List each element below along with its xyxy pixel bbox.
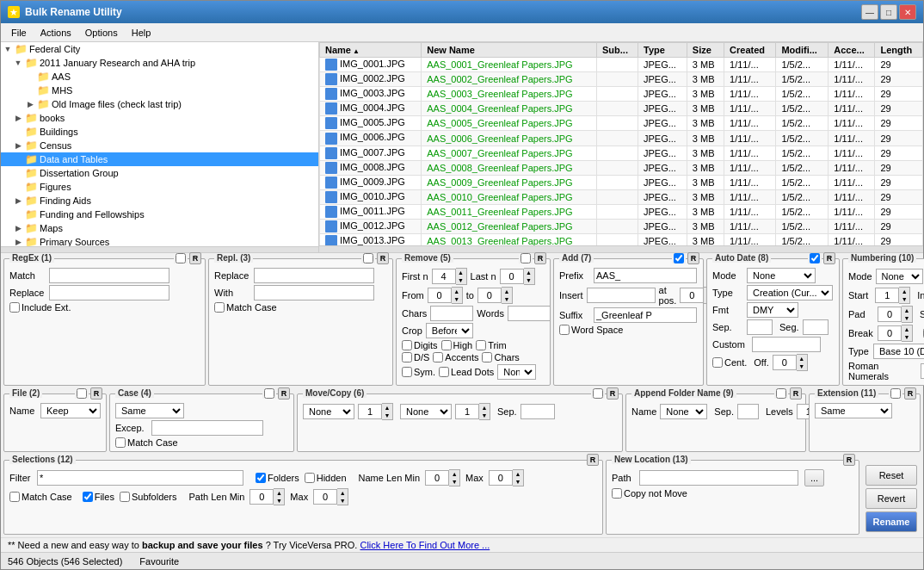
movecopy-val1-input[interactable] [358,404,382,419]
footer-link[interactable]: Click Here To Find Out More ... [360,540,490,550]
case-excep-input[interactable] [151,420,263,436]
regex-r-button[interactable]: R [189,252,201,264]
remove-high-cb[interactable]: High [441,340,473,350]
remove-to-input[interactable] [477,288,502,303]
remove-chars-input[interactable] [430,306,473,321]
remove-trim-cb[interactable]: Trim [476,340,507,350]
extension-r-button[interactable]: R [904,387,916,400]
remove-r-button[interactable]: R [534,252,546,264]
table-row[interactable]: IMG_0009.JPG AAS_0009_Greenleaf Papers.J… [320,175,923,189]
regex-replace-input[interactable] [49,285,169,300]
tree-item-primary[interactable]: ▶ 📁 Primary Sources [1,235,318,246]
file-name-select[interactable]: KeepRemove [40,403,101,418]
repl-enabled-checkbox[interactable] [361,253,375,263]
autodate-type-select[interactable]: Creation (Cur...Modified [747,285,833,300]
remove-last-n-down[interactable]: ▼ [524,276,534,284]
remove-accents-cb[interactable]: Accents [433,352,478,362]
add-at-pos-input[interactable] [680,288,704,303]
selections-r-button[interactable]: R [587,454,599,466]
table-row[interactable]: IMG_0004.JPG AAS_0004_Greenleaf Papers.J… [320,102,923,116]
file-enabled-checkbox[interactable] [75,388,89,399]
numbering-pad-input[interactable] [878,307,902,322]
col-created[interactable]: Created [724,43,776,58]
numbering-start-input[interactable] [875,288,899,303]
tree-item-dissertation[interactable]: 📁 Dissertation Group [1,166,318,180]
menu-file[interactable]: File [4,26,34,40]
appendfolder-sep-input[interactable] [737,404,759,419]
minimize-button[interactable]: — [861,4,878,20]
newlocation-browse-button[interactable]: ... [804,469,824,486]
tree-item-figures[interactable]: 📁 Figures [1,180,318,194]
table-row[interactable]: IMG_0003.JPG AAS_0003_Greenleaf Papers.J… [320,87,923,102]
tree-item-funding[interactable]: 📁 Funding and Fellowships [1,208,318,221]
path-len-min-input[interactable] [249,489,274,505]
remove-sym-cb[interactable]: Sym. [402,367,435,377]
col-sub[interactable]: Sub... [597,43,638,58]
add-insert-input[interactable] [587,288,656,303]
file-hscroll[interactable] [319,245,923,252]
case-enabled-checkbox[interactable] [262,388,276,399]
revert-button[interactable]: Revert [865,488,917,509]
remove-crop-select[interactable]: BeforeAfter [426,323,473,338]
add-prefix-input[interactable] [594,268,697,283]
repl-replace-input[interactable] [254,268,374,283]
movecopy-sep-input[interactable] [521,404,555,419]
repl-match-case[interactable]: Match Case [214,302,277,313]
movecopy-enabled-checkbox[interactable] [591,388,605,399]
menu-actions[interactable]: Actions [34,26,78,40]
remove-first-n-input[interactable] [432,269,456,284]
tree-item-books[interactable]: ▶ 📁 books [1,111,318,125]
selections-files-cb[interactable]: Files [83,492,114,502]
close-button[interactable]: ✕ [899,4,916,20]
table-row[interactable]: IMG_0008.JPG AAS_0008_Greenleaf Papers.J… [320,160,923,175]
autodate-seg-input[interactable] [803,319,829,335]
extension-same-select[interactable]: SameUpperLower [815,403,892,418]
extension-enabled-checkbox[interactable] [889,388,902,399]
col-accessed[interactable]: Acce... [829,43,875,58]
col-type[interactable]: Type [638,43,687,58]
remove-from-input[interactable] [428,288,452,303]
file-list[interactable]: Name▲ New Name Sub... Type Size Created … [319,42,923,245]
remove-first-n-up[interactable]: ▲ [456,269,466,276]
newlocation-r-button[interactable]: R [843,454,855,466]
col-length[interactable]: Length [875,43,923,58]
regex-enabled-checkbox[interactable] [174,253,188,263]
remove-digits-cb[interactable]: Digits [402,340,438,350]
col-name[interactable]: Name▲ [320,43,422,58]
numbering-type-select[interactable]: Base 10 (Decimal)Base 16 (Hex) [873,344,924,359]
autodate-off-input[interactable] [773,355,797,370]
add-word-space-cb[interactable]: Word Space [559,325,623,335]
tree-item-buildings[interactable]: 📁 Buildings [1,125,318,139]
remove-last-n-input[interactable] [500,269,524,284]
numbering-roman-select[interactable]: NoneUpperLower [921,363,924,379]
tree-item-old-image[interactable]: ▶ 📁 Old Image files (check last trip) [1,97,318,111]
name-len-max-input[interactable] [489,470,513,486]
remove-first-n-down[interactable]: ▼ [456,276,466,284]
menu-help[interactable]: Help [125,26,158,40]
remove-lead-dots-cb[interactable]: Lead Dots [439,367,494,377]
autodate-cent-cb[interactable]: Cent. [712,357,747,368]
table-row[interactable]: IMG_0002.JPG AAS_0002_Greenleaf Papers.J… [320,72,923,87]
appendfolder-r-button[interactable]: R [790,387,802,400]
table-row[interactable]: IMG_0010.JPG AAS_0010_Greenleaf Papers.J… [320,189,923,204]
maximize-button[interactable]: □ [880,4,897,20]
table-row[interactable]: IMG_0006.JPG AAS_0006_Greenleaf Papers.J… [320,131,923,146]
newlocation-path-input[interactable] [639,470,798,486]
autodate-custom-input[interactable] [752,337,821,352]
regex-include-ext[interactable]: Include Ext. [9,302,71,313]
table-row[interactable]: IMG_0001.JPG AAS_0001_Greenleaf Papers.J… [320,58,923,72]
movecopy-val2-input[interactable] [455,404,479,419]
remove-non-select[interactable]: Non [497,364,536,380]
name-len-min-input[interactable] [425,470,449,486]
movecopy-r-button[interactable]: R [607,387,619,400]
reset-button[interactable]: Reset [865,465,917,486]
autodate-enabled-checkbox[interactable] [808,253,822,263]
remove-chars2-cb[interactable]: Chars [482,352,519,362]
table-row[interactable]: IMG_0013.JPG AAS_0013_Greenleaf Papers.J… [320,234,923,245]
selections-folders-cb[interactable]: Folders [256,473,299,483]
table-row[interactable]: IMG_0011.JPG AAS_0011_Greenleaf Papers.J… [320,204,923,219]
appendfolder-name-select[interactable]: NonePrefixSuffix [660,404,707,419]
add-enabled-checkbox[interactable] [672,253,686,263]
repl-r-button[interactable]: R [377,252,389,264]
selections-hidden-cb[interactable]: Hidden [305,473,347,483]
